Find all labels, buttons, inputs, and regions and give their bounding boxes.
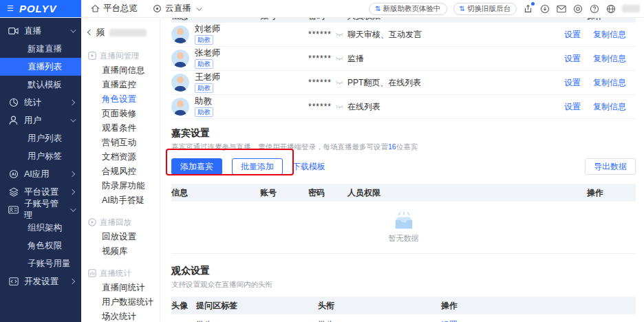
topbar-actions: ⇅ 新版助教页体验中 ⇅ 切换旧版后台 xyxy=(369,0,644,17)
eye-closed-icon[interactable] xyxy=(335,32,344,37)
sidebar-item-role-permissions[interactable]: 角色权限 xyxy=(0,237,81,255)
subnav-item-session-statistics[interactable]: 场次统计 xyxy=(81,310,160,322)
subnav-item-user-data-statistics[interactable]: 用户数据统计 xyxy=(81,295,160,310)
new-assistant-pill-button[interactable]: ⇅ 新版助教页体验中 xyxy=(369,3,447,15)
guest-table-header: 信息 账号 密码 人员权限 操作 xyxy=(171,184,636,202)
subnav-item-room-statistics[interactable]: 直播间统计 xyxy=(81,281,160,295)
password-mask: ****** xyxy=(308,78,332,87)
guest-section-subtitle: 嘉宾可通过连麦参与直播，需使用开播端登录，每场直播最多可设置16位嘉宾 xyxy=(171,142,636,152)
col-header-permissions: 人员权限 xyxy=(347,18,564,22)
logo-block[interactable]: ☰ POLYV xyxy=(0,0,81,17)
subnav-group-title: 直播回放 xyxy=(100,217,131,228)
body: 直播 新建直播 直播列表 默认模板 统计 用户 用户列表 用户标签 AI应用 xyxy=(0,18,644,322)
sidebar-item-subaccount-usage[interactable]: 子账号用量 xyxy=(0,255,81,272)
copy-info-link[interactable]: 复制信息 xyxy=(593,101,626,113)
download-template-link[interactable]: 下载模板 xyxy=(292,161,325,173)
subnav-item-label: 回放设置 xyxy=(102,231,136,243)
settings-link[interactable]: 设置 xyxy=(564,101,581,113)
primary-sidebar: 直播 新建直播 直播列表 默认模板 统计 用户 用户列表 用户标签 AI应用 xyxy=(0,18,81,322)
settings-link[interactable]: 设置 xyxy=(564,77,581,89)
subnav-group-live-statistics: 直播统计 xyxy=(81,266,160,281)
mail-icon[interactable] xyxy=(556,3,566,14)
subnav-item-watch-conditions[interactable]: 观看条件 xyxy=(81,121,160,136)
subnav-item-label: 用户数据统计 xyxy=(102,297,153,308)
share-icon[interactable] xyxy=(523,3,533,14)
settings-link[interactable]: 设置 xyxy=(564,53,581,65)
sidebar-item-user-tags[interactable]: 用户标签 xyxy=(0,147,81,165)
col-header-avatar: 头像 xyxy=(171,300,196,312)
subnav-item-video-library[interactable]: 视频库 xyxy=(81,244,160,259)
eye-closed-icon[interactable] xyxy=(335,105,344,109)
title-value: 学生 xyxy=(318,319,441,322)
export-data-button[interactable]: 导出数据 xyxy=(585,158,636,175)
sidebar-item-label: 直播 xyxy=(24,25,41,37)
empty-inbox-icon xyxy=(391,211,417,230)
subnav-item-room-info[interactable]: 直播间信息 xyxy=(81,63,160,78)
sidebar-item-org-structure[interactable]: 组织架构 xyxy=(0,219,81,237)
person-name: 张老师 xyxy=(195,48,221,58)
subnav-item-anti-screen-record[interactable]: 防录屏功能 xyxy=(81,179,160,193)
help-icon[interactable] xyxy=(589,3,599,14)
sidebar-item-statistics[interactable]: 统计 xyxy=(0,94,81,111)
subnav-item-role-settings[interactable]: 角色设置 xyxy=(81,92,160,107)
swap-icon: ⇅ xyxy=(375,5,380,12)
nav-cloud-live[interactable]: 云直播 xyxy=(153,3,200,14)
col-header-actions: 操作 xyxy=(564,18,626,22)
sidebar-child-label: 直播列表 xyxy=(28,61,62,73)
subnav-item-doc-resources[interactable]: 文档资源 xyxy=(81,150,160,164)
copy-info-link[interactable]: 复制信息 xyxy=(593,29,626,41)
sidebar-item-default-template[interactable]: 默认模板 xyxy=(0,76,81,94)
hamburger-menu-icon[interactable]: ☰ xyxy=(7,5,14,12)
live-icon xyxy=(153,4,162,13)
col-header-account: 账号 xyxy=(260,187,308,199)
subnav-item-label: 场次统计 xyxy=(102,311,136,322)
password-mask: ****** xyxy=(308,30,332,39)
channel-back[interactable]: 频 xyxy=(81,23,160,41)
subnav-item-page-decoration[interactable]: 页面装修 xyxy=(81,107,160,121)
app-window: ☰ POLYV 平台总览 云直播 ⇅ 新版助教页体验中 ⇅ 切换旧版后台 xyxy=(0,0,644,322)
subnav-item-compliance[interactable]: 合规风控 xyxy=(81,164,160,179)
subnav-item-ai-assistant[interactable]: AI助手答疑 xyxy=(81,193,160,208)
chevron-down-icon xyxy=(70,116,76,122)
ai-icon xyxy=(8,169,19,180)
nav-platform-overview[interactable]: 平台总览 xyxy=(91,3,138,14)
subnav-item-label: 直播间信息 xyxy=(102,65,145,76)
sidebar-item-users[interactable]: 用户 xyxy=(0,111,81,129)
table-row: 王老师 助教 ****** PPT翻页、在线列表 设置 复制信息 xyxy=(171,71,636,95)
sidebar-item-label: AI应用 xyxy=(24,169,50,180)
subnav-group-playback: 直播回放 xyxy=(81,215,160,230)
pie-chart-icon xyxy=(8,98,19,108)
sidebar-item-live[interactable]: 直播 xyxy=(0,22,81,40)
switch-old-console-pill-button[interactable]: ⇅ 切换旧版后台 xyxy=(453,3,517,15)
eye-closed-icon[interactable] xyxy=(335,80,344,85)
avatar xyxy=(171,50,189,67)
globe-icon[interactable] xyxy=(605,3,616,14)
add-guest-button[interactable]: 添加嘉宾 xyxy=(171,158,222,175)
copy-info-link[interactable]: 复制信息 xyxy=(593,77,626,89)
subnav-item-playback-settings[interactable]: 回放设置 xyxy=(81,230,160,244)
sidebar-item-dev-settings[interactable]: 开发设置 xyxy=(0,272,81,290)
batch-add-button[interactable]: 批量添加 xyxy=(232,158,283,175)
copy-info-link[interactable]: 复制信息 xyxy=(593,53,626,65)
record-icon[interactable] xyxy=(572,3,583,14)
col-header-permissions: 人员权限 xyxy=(347,187,564,199)
user-name-blurred[interactable] xyxy=(622,5,640,12)
sidebar-item-label: 统计 xyxy=(24,97,41,109)
sidebar-item-live-list[interactable]: 直播列表 xyxy=(0,58,81,76)
permissions-text: 聊天审核、互动发言 xyxy=(347,29,564,41)
subnav-item-live-monitor[interactable]: 直播监控 xyxy=(81,78,160,92)
sidebar-item-ai-apps[interactable]: AI应用 xyxy=(0,165,81,183)
subnav-group-title: 直播统计 xyxy=(100,268,131,279)
sidebar-item-label: 子账号管理 xyxy=(24,198,65,222)
chevron-left-icon xyxy=(87,30,93,35)
col-header-actions: 操作 xyxy=(564,187,626,199)
subnav-item-marketing[interactable]: 营销互动 xyxy=(81,136,160,150)
code-icon xyxy=(8,277,19,287)
download-icon[interactable] xyxy=(539,3,550,14)
eye-closed-icon[interactable] xyxy=(335,56,344,61)
sidebar-item-new-live[interactable]: 新建直播 xyxy=(0,40,81,58)
settings-link[interactable]: 设置 xyxy=(564,29,581,41)
chevron-down-icon xyxy=(70,206,76,211)
sidebar-item-subaccount-management[interactable]: 子账号管理 xyxy=(0,201,81,219)
sidebar-item-user-list[interactable]: 用户列表 xyxy=(0,129,81,147)
